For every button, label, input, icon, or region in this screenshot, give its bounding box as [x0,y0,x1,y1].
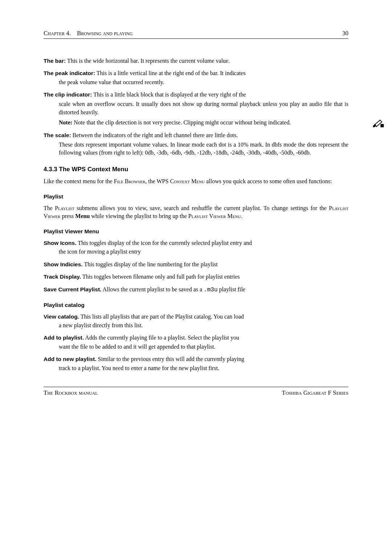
text: press [60,213,75,219]
desc-clip-rest: scale when an overflow occurs. It usuall… [59,100,348,116]
page-header: Chapter 4. Browsing and playing 30 [44,29,348,39]
text: The [44,205,55,211]
term-peak: The peak indicator: [44,70,95,76]
desc-bar: This is the wide horizontal bar. It repr… [67,58,230,64]
sc-context-menu: Context Menu [170,178,205,184]
playlist-para: The Playlist submenu allows you to view,… [44,204,348,221]
desc-save-current-a: Allows the current playlist to be saved … [103,286,204,292]
item-show-icons: Show Icons. This toggles display of the … [44,239,348,256]
desc-show-icons-rest: the icon for moving a playlist entry [59,248,348,256]
note-text: Note that the clip detection is not very… [74,119,291,126]
term-view-catalog: View catalog. [44,313,79,320]
term-scale: The scale: [44,132,71,138]
item-track-display: Track Display. This toggles between file… [44,273,348,281]
bold-menu: Menu [75,213,90,219]
note-block: Note: Note that the clip detection is no… [59,119,348,127]
footer-left: The Rockbox manual [44,389,98,397]
desc-peak-rest: the peak volume value that occurred rece… [59,78,348,86]
subsection-playlist-viewer-menu: Playlist Viewer Menu [44,227,348,235]
term-add-to-playlist: Add to playlist. [44,335,84,341]
item-the-scale: The scale: Between the indicators of the… [44,131,348,157]
desc-add-to-playlist-rest: want the file to be added to and it will… [59,343,348,351]
page-number: 30 [342,29,348,38]
header-left: Chapter 4. Browsing and playing [44,29,132,38]
desc-scale-rest: These dots represent important volume va… [59,141,348,157]
desc-add-to-new-rest: track to a playlist. You need to enter a… [59,364,348,372]
text: submenu allows you to view, save, search… [74,205,329,211]
text: , the WPS [145,178,170,184]
text: . [241,213,242,219]
term-add-to-new: Add to new playlist. [44,356,97,362]
sc-playlist: Playlist [55,205,74,211]
term-track-display: Track Display. [44,274,81,280]
tt-m3u: .m3u [204,287,217,293]
desc-clip-line1: This is a little black block that is dis… [93,91,246,98]
desc-scale-line1: Between the indicators of the right and … [73,132,238,138]
term-save-current: Save Current Playlist. [44,286,101,292]
text: while viewing the playlist to bring up t… [90,213,188,219]
term-show-icons: Show Icons. [44,240,76,246]
footer-right: Toshiba Gigabeat F Series [282,389,348,397]
desc-add-to-playlist-line1: Adds the currently playing file to a pla… [85,335,239,341]
term-bar: The bar: [44,58,66,64]
item-view-catalog: View catalog. This lists all playlists t… [44,313,348,330]
item-save-current-playlist: Save Current Playlist. Allows the curren… [44,286,348,294]
text: allows you quick access to some often us… [205,178,332,184]
desc-view-catalog-line1: This lists all playlists that are part o… [81,313,244,320]
desc-show-icons-line1: This toggles display of the icon for the… [78,240,252,246]
item-clip-indicator: The clip indicator: This is a little bla… [44,91,348,127]
subsection-playlist-catalog: Playlist catalog [44,301,348,309]
desc-view-catalog-rest: a new playlist directly from this list. [59,321,348,329]
item-add-to-playlist: Add to playlist. Adds the currently play… [44,334,348,351]
svg-rect-2 [380,124,384,127]
item-add-to-new-playlist: Add to new playlist. Similar to the prev… [44,355,348,372]
item-the-bar: The bar: This is the wide horizontal bar… [44,57,348,65]
text: Like the context menu for the [44,178,114,184]
desc-add-to-new-line1: Similar to the previous entry this will … [98,356,244,362]
desc-track-display: This toggles between filename only and f… [82,274,240,280]
term-clip: The clip indicator: [44,91,92,98]
sc-file-browser: File Browser [114,178,146,184]
desc-show-indicies: This toggles display of the line numberi… [84,261,217,267]
desc-save-current-b: playlist file [218,286,245,292]
pencil-icon [372,118,385,129]
note-label: Note: [59,119,72,126]
section-intro: Like the context menu for the File Brows… [44,177,348,185]
sc-playlist-viewer-menu: Playlist Viewer Menu [188,213,241,219]
item-show-indicies: Show Indicies. This toggles display of t… [44,260,348,268]
subsection-playlist: Playlist [44,193,348,201]
section-heading-wps-context: 4.3.3 The WPS Context Menu [44,165,348,174]
term-show-indicies: Show Indicies. [44,261,83,267]
page-footer: The Rockbox manual Toshiba Gigabeat F Se… [44,387,348,397]
item-peak-indicator: The peak indicator: This is a little ver… [44,69,348,86]
desc-peak-line1: This is a little vertical line at the ri… [97,70,246,76]
